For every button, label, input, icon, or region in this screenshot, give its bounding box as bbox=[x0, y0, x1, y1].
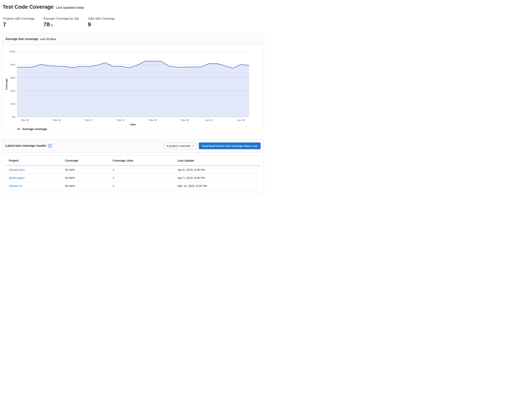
stat-projects-with-coverage: Projects with Coverage 7 bbox=[3, 17, 35, 28]
chart-body: 0%20%40%60%80%100%Mar 09Mar 13Mar 17Mar … bbox=[2, 45, 264, 134]
coverage-jobs-cell: 1 bbox=[111, 182, 176, 190]
svg-text:Mar 09: Mar 09 bbox=[21, 119, 29, 121]
results-card-header: Latest test coverage results ? 3 project… bbox=[2, 139, 264, 153]
project-cell: release-cli bbox=[5, 182, 64, 190]
stats-row: Projects with Coverage 7 Average Coverag… bbox=[2, 17, 264, 28]
svg-text:Mar 29: Mar 29 bbox=[181, 119, 189, 121]
last-update-cell: Apr 3, 2023, 8:00 PM bbox=[176, 174, 261, 182]
table-header-row: Project Coverage Coverage Jobs Last Upda… bbox=[5, 155, 261, 165]
svg-text:0%: 0% bbox=[12, 115, 15, 118]
stat-label: Jobs with Coverage bbox=[88, 17, 115, 20]
column-header-last-update: Last Update bbox=[176, 155, 261, 165]
svg-text:Mar 17: Mar 17 bbox=[85, 119, 93, 121]
legend-label: Average coverage bbox=[22, 127, 47, 131]
last-update-cell: Apr 6, 2023, 8:00 PM bbox=[176, 165, 261, 174]
results-card-title: Latest test coverage results bbox=[5, 144, 46, 147]
column-header-project: Project bbox=[5, 155, 64, 165]
stat-value: 9 bbox=[88, 21, 91, 28]
stat-value: 78 bbox=[44, 21, 50, 28]
svg-text:40%: 40% bbox=[10, 89, 15, 92]
average-coverage-area-chart: 0%20%40%60%80%100%Mar 09Mar 13Mar 17Mar … bbox=[2, 46, 264, 127]
last-updated-label: Last updated today bbox=[56, 6, 84, 9]
legend-swatch-icon bbox=[17, 128, 20, 130]
project-link[interactable]: gitlab-pages bbox=[9, 176, 25, 179]
stat-label: Average Coverage by Job bbox=[44, 17, 79, 20]
svg-text:Mar 13: Mar 13 bbox=[53, 119, 61, 121]
stat-jobs-with-coverage: Jobs with Coverage 9 bbox=[88, 17, 115, 28]
last-update-cell: Mar 14, 2023, 8:00 PM bbox=[176, 182, 261, 190]
svg-text:60%: 60% bbox=[10, 76, 15, 79]
coverage-cell: 64.80% bbox=[64, 174, 111, 182]
svg-text:20%: 20% bbox=[10, 102, 15, 105]
page-header: Test Code Coverage Last updated today bbox=[2, 4, 264, 10]
project-cell: GitLab Docs bbox=[5, 165, 64, 174]
projects-selected-dropdown[interactable]: 3 projects selected bbox=[164, 143, 197, 149]
average-test-coverage-card: Average test coverage Last 30 days 0%20%… bbox=[2, 33, 264, 134]
svg-text:Apr 01: Apr 01 bbox=[205, 119, 213, 121]
column-header-coverage: Coverage bbox=[64, 155, 111, 165]
stat-label: Projects with Coverage bbox=[3, 17, 35, 20]
svg-text:Mar 21: Mar 21 bbox=[117, 119, 125, 121]
svg-text:Mar 25: Mar 25 bbox=[149, 119, 157, 121]
chart-card-header: Average test coverage Last 30 days bbox=[2, 33, 264, 45]
page-title: Test Code Coverage bbox=[2, 4, 54, 10]
stat-average-coverage-by-job: Average Coverage by Job 78 % bbox=[44, 17, 79, 28]
project-link[interactable]: release-cli bbox=[9, 184, 22, 188]
download-csv-button[interactable]: Download historic test coverage data (.c… bbox=[199, 143, 261, 149]
stat-value: 7 bbox=[3, 21, 6, 28]
svg-text:100%: 100% bbox=[9, 50, 16, 53]
table-row: GitLab Docs92.93%1Apr 6, 2023, 8:00 PM bbox=[5, 165, 261, 174]
chevron-down-icon bbox=[192, 145, 194, 147]
results-table-container: Project Coverage Coverage Jobs Last Upda… bbox=[2, 153, 264, 194]
stat-unit: % bbox=[51, 24, 53, 27]
table-row: release-cli83.40%1Mar 14, 2023, 8:00 PM bbox=[5, 182, 261, 190]
coverage-cell: 92.93% bbox=[64, 165, 111, 174]
svg-text:Coverage: Coverage bbox=[5, 78, 8, 90]
test-code-coverage-page: Test Code Coverage Last updated today Pr… bbox=[0, 0, 266, 206]
results-table: Project Coverage Coverage Jobs Last Upda… bbox=[5, 155, 261, 190]
help-question-mark-circle-icon[interactable]: ? bbox=[48, 144, 52, 148]
svg-text:Apr 05: Apr 05 bbox=[237, 119, 245, 121]
table-row: gitlab-pages64.80%1Apr 3, 2023, 8:00 PM bbox=[5, 174, 261, 182]
project-cell: gitlab-pages bbox=[5, 174, 64, 182]
coverage-jobs-cell: 1 bbox=[111, 165, 176, 174]
project-link[interactable]: GitLab Docs bbox=[9, 168, 25, 171]
column-header-coverage-jobs: Coverage Jobs bbox=[111, 155, 176, 165]
svg-text:80%: 80% bbox=[10, 63, 15, 66]
coverage-cell: 83.40% bbox=[64, 182, 111, 190]
svg-text:Date: Date bbox=[130, 123, 136, 126]
chart-card-title: Average test coverage bbox=[5, 37, 38, 41]
latest-test-coverage-results-card: Latest test coverage results ? 3 project… bbox=[2, 139, 264, 194]
chart-date-range-label: Last 30 days bbox=[40, 37, 56, 41]
coverage-jobs-cell: 1 bbox=[111, 174, 176, 182]
chart-legend-item[interactable]: Average coverage bbox=[17, 127, 264, 131]
projects-selected-label: 3 projects selected bbox=[166, 144, 190, 147]
